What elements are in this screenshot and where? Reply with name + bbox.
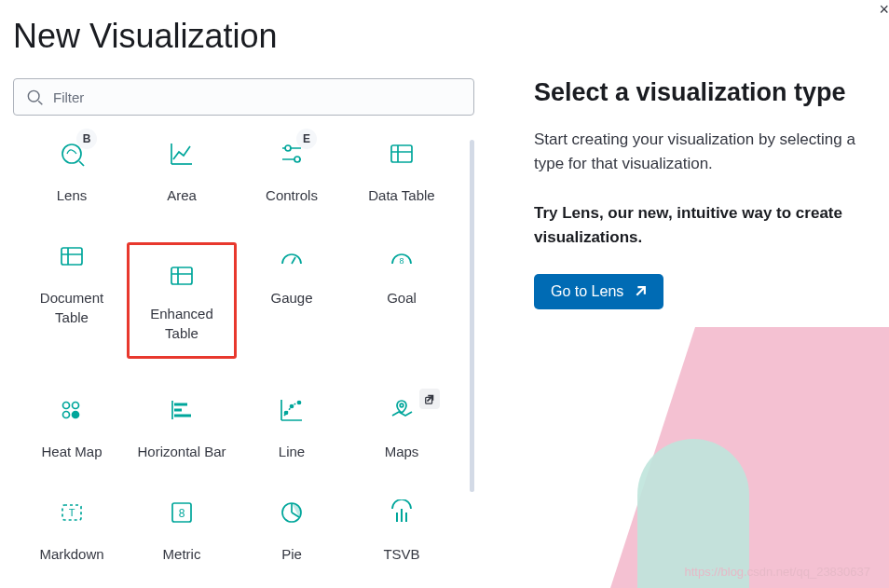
right-panel: Select a visualization type Start creati… <box>474 78 889 564</box>
viz-label: Horizontal Bar <box>137 443 226 461</box>
viz-label: Line <box>279 443 305 461</box>
go-to-lens-button[interactable]: Go to Lens <box>534 274 663 309</box>
viz-card-gauge[interactable]: Gauge <box>237 242 347 359</box>
left-panel: BLensAreaEControlsData TableDocument Tab… <box>13 78 474 564</box>
badge-e: E <box>296 129 317 149</box>
go-to-lens-label: Go to Lens <box>551 283 623 300</box>
filter-field[interactable] <box>13 78 474 116</box>
viz-card-markdown[interactable]: Markdown <box>17 499 127 564</box>
viz-card-pie[interactable]: Pie <box>237 499 347 564</box>
maps-icon <box>388 396 416 424</box>
line-icon <box>278 396 306 424</box>
viz-card-enhanced[interactable]: Enhanced Table <box>127 242 237 359</box>
external-link-icon <box>633 285 647 299</box>
metric-icon <box>168 499 196 526</box>
viz-label: Area <box>167 186 197 205</box>
viz-label: Metric <box>163 545 201 564</box>
viz-label: Lens <box>57 186 88 205</box>
table-icon <box>168 262 196 290</box>
viz-label: Pie <box>281 545 302 564</box>
area-icon <box>168 140 196 168</box>
filter-input[interactable] <box>53 89 462 105</box>
right-description: Start creating your visualization by sel… <box>534 128 883 177</box>
viz-card-area[interactable]: Area <box>127 140 237 205</box>
gauge-icon <box>278 242 306 270</box>
page-title: New Visualization <box>0 0 889 56</box>
viz-label: Goal <box>387 289 417 308</box>
viz-card-heatmap[interactable]: Heat Map <box>17 396 127 461</box>
viz-label: TSVB <box>383 545 419 564</box>
heatmap-icon <box>58 396 86 424</box>
markdown-icon <box>58 499 86 526</box>
viz-card-tsvb[interactable]: TSVB <box>347 499 457 564</box>
viz-card-controls[interactable]: EControls <box>237 140 347 205</box>
hbar-icon <box>168 396 196 424</box>
viz-label: Controls <box>266 186 318 205</box>
close-icon[interactable]: × <box>879 0 889 20</box>
watermark: https://blog.csdn.net/qq_23830637 <box>685 565 871 579</box>
viz-card-line[interactable]: Line <box>237 396 347 461</box>
viz-label: Maps <box>385 443 419 461</box>
try-lens-text: Try Lens, our new, intuitive way to crea… <box>534 201 883 251</box>
viz-label: Gauge <box>270 289 312 308</box>
badge-b: B <box>76 129 97 149</box>
external-link-icon <box>419 389 440 409</box>
tsvb-icon <box>388 499 416 526</box>
right-title: Select a visualization type <box>534 78 883 107</box>
visualization-grid: BLensAreaEControlsData TableDocument Tab… <box>13 140 460 564</box>
viz-card-lens[interactable]: BLens <box>17 140 127 205</box>
viz-card-doc-table[interactable]: Document Table <box>17 242 127 359</box>
viz-card-goal[interactable]: Goal <box>347 242 457 359</box>
viz-label: Markdown <box>39 545 103 564</box>
viz-label: Enhanced Table <box>150 305 213 343</box>
table-icon <box>58 242 86 270</box>
viz-card-hbar[interactable]: Horizontal Bar <box>127 396 237 461</box>
table-icon <box>388 140 416 168</box>
goal-icon <box>388 242 416 270</box>
pie-icon <box>278 499 306 526</box>
viz-card-metric[interactable]: Metric <box>127 499 237 564</box>
viz-card-data-table[interactable]: Data Table <box>347 140 457 205</box>
viz-label: Data Table <box>368 186 434 205</box>
search-icon <box>25 88 44 106</box>
viz-card-maps[interactable]: Maps <box>347 396 457 461</box>
viz-label: Document Table <box>40 289 103 327</box>
viz-label: Heat Map <box>41 443 102 461</box>
